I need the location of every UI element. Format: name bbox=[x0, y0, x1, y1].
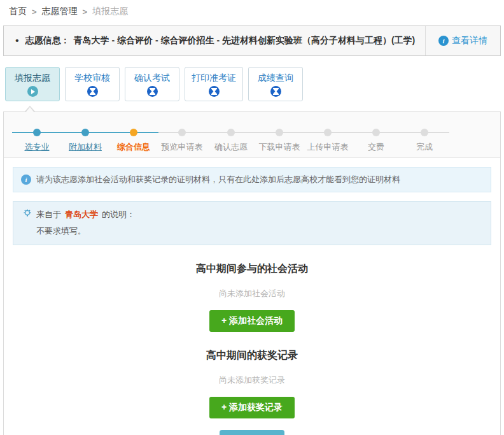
step-label: 交费 bbox=[368, 141, 384, 153]
add-social-activity-button[interactable]: + 添加社会活动 bbox=[209, 310, 295, 332]
step-dot bbox=[130, 129, 137, 136]
tab-label: 确认考试 bbox=[134, 73, 170, 84]
volunteer-info-label: 志愿信息： bbox=[25, 35, 70, 46]
note-prefix: 来自于 bbox=[36, 209, 61, 220]
step-dot bbox=[421, 129, 428, 136]
breadcrumb-home[interactable]: 首页 bbox=[9, 6, 27, 17]
step-label[interactable]: 附加材料 bbox=[69, 141, 102, 153]
volunteer-info-value: 青岛大学 - 综合评价 - 综合评价招生 - 先进材料创新实验班（高分子材料与工… bbox=[74, 35, 416, 46]
step-dot bbox=[324, 129, 332, 136]
step-payment: 交费 bbox=[352, 129, 400, 153]
play-icon bbox=[27, 86, 38, 97]
tab-label: 填报志愿 bbox=[15, 73, 50, 84]
lightbulb-icon bbox=[22, 208, 32, 220]
step-label[interactable]: 选专业 bbox=[25, 141, 50, 153]
tab-print-admission-ticket[interactable]: 打印准考证 bbox=[185, 67, 243, 101]
view-details-link[interactable]: i 查看详情 bbox=[425, 26, 500, 55]
step-comprehensive-info: 综合信息 bbox=[109, 129, 158, 153]
breadcrumb-separator: > bbox=[32, 7, 37, 17]
step-upload-application: 上传申请表 bbox=[304, 129, 352, 153]
volunteer-info-bar: • 志愿信息： 青岛大学 - 综合评价 - 综合评价招生 - 先进材料创新实验班… bbox=[3, 25, 501, 56]
step-dot bbox=[372, 129, 380, 136]
add-award-record-button[interactable]: + 添加获奖记录 bbox=[209, 397, 295, 418]
hourglass-icon bbox=[270, 86, 281, 97]
step-dot bbox=[33, 129, 41, 136]
tab-school-review[interactable]: 学校审核 bbox=[65, 67, 120, 101]
main-panel: 选专业 附加材料 综合信息 预览申请表 确认志愿 下载申请表 上传申请表 交费 bbox=[3, 111, 501, 435]
social-activities-title: 高中期间参与的社会活动 bbox=[4, 262, 500, 276]
step-dot bbox=[227, 129, 235, 136]
tab-label: 打印准考证 bbox=[192, 73, 236, 84]
tab-label: 成绩查询 bbox=[258, 73, 293, 84]
step-label: 下载申请表 bbox=[259, 141, 300, 153]
university-note: 来自于 青岛大学 的说明： 不要求填写。 bbox=[13, 201, 491, 245]
step-label: 确认志愿 bbox=[214, 141, 248, 153]
hourglass-icon bbox=[209, 86, 220, 97]
step-download-application: 下载申请表 bbox=[255, 129, 304, 153]
bullet-icon: • bbox=[15, 35, 19, 46]
step-dot bbox=[81, 129, 89, 136]
step-dot bbox=[178, 129, 186, 136]
step-label: 预览申请表 bbox=[162, 141, 203, 153]
step-additional-materials[interactable]: 附加材料 bbox=[61, 129, 109, 153]
award-records-title: 高中期间的获奖记录 bbox=[4, 349, 500, 362]
progress-steps: 选专业 附加材料 综合信息 预览申请表 确认志愿 下载申请表 上传申请表 交费 bbox=[4, 112, 500, 158]
breadcrumb-volunteer-management[interactable]: 志愿管理 bbox=[42, 6, 78, 17]
tab-confirm-exam[interactable]: 确认考试 bbox=[125, 67, 179, 101]
step-label: 上传申请表 bbox=[307, 141, 349, 153]
tab-score-inquiry[interactable]: 成绩查询 bbox=[248, 67, 303, 101]
breadcrumb: 首页 > 志愿管理 > 填报志愿 bbox=[0, 0, 504, 17]
breadcrumb-current-page: 填报志愿 bbox=[92, 6, 128, 17]
step-preview-application: 预览申请表 bbox=[158, 129, 206, 153]
tab-label: 学校审核 bbox=[74, 73, 110, 84]
note-body: 不要求填写。 bbox=[36, 225, 482, 237]
info-icon: i bbox=[21, 175, 31, 185]
hourglass-icon bbox=[87, 86, 98, 97]
step-complete: 完成 bbox=[400, 129, 449, 153]
note-suffix: 的说明： bbox=[102, 209, 135, 220]
step-label: 完成 bbox=[416, 141, 433, 153]
tab-fill-volunteer[interactable]: 填报志愿 bbox=[5, 67, 60, 101]
step-confirm-volunteer: 确认志愿 bbox=[207, 129, 255, 153]
social-activities-empty-text: 尚未添加社会活动 bbox=[4, 288, 500, 299]
award-records-empty-text: 尚未添加获奖记录 bbox=[4, 374, 500, 386]
award-records-section: 高中期间的获奖记录 尚未添加获奖记录 + 添加获奖记录 bbox=[4, 349, 500, 418]
step-label: 综合信息 bbox=[117, 141, 150, 153]
info-alert-text: 请为该志愿添加社会活动和获奖记录的证明材料，只有在此处添加后志愿高校才能看到您的… bbox=[36, 174, 400, 185]
breadcrumb-separator: > bbox=[83, 7, 88, 17]
info-icon: i bbox=[438, 36, 449, 46]
volunteer-info-text: • 志愿信息： 青岛大学 - 综合评价 - 综合评价招生 - 先进材料创新实验班… bbox=[4, 26, 425, 55]
social-activities-section: 高中期间参与的社会活动 尚未添加社会活动 + 添加社会活动 bbox=[4, 262, 500, 332]
step-choose-major[interactable]: 选专业 bbox=[13, 129, 61, 153]
next-step-button[interactable]: 下一步 bbox=[220, 430, 284, 435]
step-dot bbox=[276, 129, 283, 136]
note-university-name: 青岛大学 bbox=[65, 209, 98, 220]
hourglass-icon bbox=[147, 86, 158, 97]
stage-tabs: 填报志愿 学校审核 确认考试 打印准考证 成绩查询 bbox=[5, 67, 504, 101]
info-alert: i 请为该志愿添加社会活动和获奖记录的证明材料，只有在此处添加后志愿高校才能看到… bbox=[13, 167, 491, 192]
view-details-label: 查看详情 bbox=[452, 35, 487, 46]
